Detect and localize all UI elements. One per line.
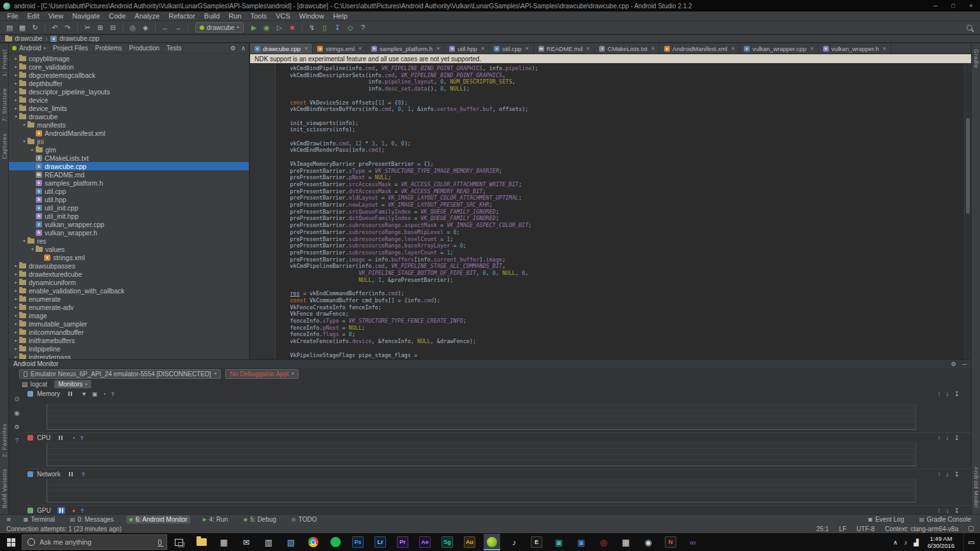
scroll-to-end-icon[interactable]: ↧ bbox=[954, 390, 960, 397]
tree-item-strings-xml[interactable]: xstrings.xml bbox=[9, 253, 249, 261]
groove-music-icon[interactable]: ♪ bbox=[506, 534, 523, 550]
scroll-down-icon[interactable]: ↓ bbox=[946, 507, 949, 514]
scroll-to-end-icon[interactable]: ↧ bbox=[954, 434, 960, 441]
tree-item-image[interactable]: ▸image bbox=[9, 311, 249, 320]
tree-item-glm[interactable]: ▸glm bbox=[9, 145, 249, 154]
settings-icon[interactable]: ⚙ bbox=[230, 45, 236, 52]
tree-item-drawcube-cpp[interactable]: cdrawcube.cpp bbox=[9, 162, 249, 170]
editor-tab-util-cpp[interactable]: cutil.cpp× bbox=[489, 43, 533, 54]
minimize-button[interactable]: ─ bbox=[926, 0, 944, 11]
tree-item-dbgcreatemsgcallback[interactable]: ▸dbgcreatemsgcallback bbox=[9, 71, 249, 79]
toolwindow-switcher-icon[interactable]: ⊞ bbox=[6, 517, 11, 522]
premiere-icon[interactable]: Pr bbox=[394, 534, 411, 550]
stripe-button-7-structure[interactable]: 7: Structure bbox=[1, 88, 8, 122]
status-widget-utf-8[interactable]: UTF-8 bbox=[857, 525, 875, 533]
find-icon[interactable]: ◎ bbox=[127, 22, 138, 33]
breadcrumb-drawcube-cpp[interactable]: cdrawcube.cpp bbox=[50, 35, 99, 42]
audition-icon[interactable]: Au bbox=[461, 534, 478, 550]
tray-audio-icon[interactable]: ♪ bbox=[904, 539, 907, 546]
editor-tab-androidmanifest-xml[interactable]: xAndroidManifest.xml× bbox=[660, 43, 739, 54]
tree-item-copyblitimage[interactable]: ▸copyblitimage bbox=[9, 54, 249, 62]
task-view-button[interactable] bbox=[175, 539, 183, 546]
menu-help[interactable]: Help bbox=[329, 12, 352, 20]
monitor-settings-icon[interactable]: ⚙ bbox=[14, 423, 20, 430]
media-app-icon[interactable]: ▣ bbox=[551, 534, 567, 550]
scrollbar-thumb[interactable] bbox=[966, 118, 970, 214]
tree-item-enumerate-adv[interactable]: ▸enumerate-adv bbox=[9, 303, 249, 311]
gradle-sync-icon[interactable]: ◇ bbox=[345, 22, 356, 33]
tree-item-androidmanifest-xml[interactable]: xAndroidManifest.xml bbox=[9, 129, 249, 137]
collapse-all-icon[interactable]: ∧ bbox=[241, 45, 246, 52]
toolwindow-button-run[interactable]: ▶4: Run bbox=[200, 515, 231, 524]
scroll-to-end-icon[interactable]: ↧ bbox=[954, 507, 960, 514]
close-icon[interactable]: × bbox=[525, 45, 528, 52]
project-view-production[interactable]: Production bbox=[129, 45, 160, 52]
toolwindow-button-debug[interactable]: ◉5: Debug bbox=[241, 515, 279, 524]
menu-window[interactable]: Window bbox=[295, 12, 329, 20]
cortana-search-box[interactable]: Ask me anything bbox=[22, 534, 167, 550]
screen-record-icon[interactable]: ◉ bbox=[14, 409, 20, 416]
scroll-to-end-icon[interactable]: ↧ bbox=[954, 471, 960, 478]
menu-analyze[interactable]: Analyze bbox=[130, 12, 164, 20]
close-icon[interactable]: × bbox=[731, 45, 734, 52]
project-view-android[interactable]: Android▾ bbox=[12, 45, 46, 52]
tree-item-device-limits[interactable]: ▸device_limits bbox=[9, 104, 249, 112]
run-config-select[interactable]: drawcube▾ bbox=[195, 22, 244, 33]
scroll-down-icon[interactable]: ↓ bbox=[946, 434, 949, 441]
editor-tab-vulkan-wrapper-h[interactable]: hvulkan_wrapper.h× bbox=[819, 43, 891, 54]
menu-edit[interactable]: Edit bbox=[23, 12, 44, 20]
close-icon[interactable]: × bbox=[436, 45, 440, 52]
calendar-icon[interactable]: ▦ bbox=[216, 534, 232, 550]
taskbar-clock[interactable]: 1:49 AM 6/30/2016 bbox=[928, 535, 954, 549]
status-widget-context-clang-arm64-v8a[interactable]: Context: clang-arm64-v8a bbox=[885, 525, 958, 533]
chrome-icon[interactable] bbox=[305, 534, 322, 550]
monitor-tab-logcat[interactable]: ▤logcat bbox=[18, 380, 51, 388]
code-area[interactable]: vkCmdBindPipeline(info.cmd, VK_PIPELINE_… bbox=[250, 63, 971, 359]
help-icon[interactable]: ? bbox=[80, 435, 84, 441]
android-studio-icon[interactable] bbox=[484, 534, 500, 550]
calculator-icon[interactable]: ▦ bbox=[618, 534, 634, 550]
status-widget-25-1[interactable]: 25:1 bbox=[816, 525, 828, 533]
tree-item-core-validation[interactable]: ▸core_validation bbox=[9, 62, 249, 71]
tree-item-readme-md[interactable]: mREADME.md bbox=[9, 170, 249, 179]
status-widget-lf[interactable]: LF bbox=[839, 525, 847, 533]
heap-dump-icon[interactable]: ▣ bbox=[92, 391, 98, 397]
scroll-down-icon[interactable]: ↓ bbox=[946, 390, 949, 397]
scroll-up-icon[interactable]: ↑ bbox=[938, 471, 941, 478]
stripe-button-1-project[interactable]: 1: Project bbox=[1, 49, 8, 77]
visual-studio-icon[interactable]: ∞ bbox=[685, 534, 701, 550]
device-selector[interactable]: Emulator Nexus_6P_API_24 emulator-5554 [… bbox=[19, 369, 221, 379]
help-icon[interactable]: ? bbox=[111, 391, 115, 397]
menu-run[interactable]: Run bbox=[224, 12, 246, 20]
tree-item-drawsubpasses[interactable]: ▸drawsubpasses bbox=[9, 261, 249, 270]
method-trace-icon[interactable]: ◔ bbox=[71, 435, 75, 441]
hide-icon[interactable]: ─ bbox=[963, 361, 967, 367]
save-all-icon[interactable]: ▦ bbox=[17, 22, 28, 33]
paste-icon[interactable]: ⊟ bbox=[107, 22, 119, 33]
stripe-button-android-model[interactable]: Android Model bbox=[973, 467, 979, 508]
tree-item-depthbuffer[interactable]: ▸depthbuffer bbox=[9, 79, 249, 87]
open-icon[interactable]: ▤ bbox=[4, 22, 15, 33]
tree-item-initrenderpass[interactable]: ▸initrenderpass bbox=[9, 353, 249, 359]
editor-tab-drawcube-cpp[interactable]: cdrawcube.cpp× bbox=[250, 43, 313, 54]
tree-item-immutable-sampler[interactable]: ▸immutable_sampler bbox=[9, 320, 249, 328]
record-icon[interactable]: ● bbox=[72, 508, 75, 514]
project-view-project-files[interactable]: Project Files bbox=[53, 45, 88, 52]
toolwindow-button-messages[interactable]: ▤0: Messages bbox=[68, 515, 116, 524]
editor-tab-vulkan-wrapper-cpp[interactable]: cvulkan_wrapper.cpp× bbox=[739, 43, 819, 54]
close-icon[interactable]: × bbox=[882, 45, 886, 52]
tree-item-enable-validation-with-callback[interactable]: ▸enable_validation_with_callback bbox=[9, 286, 249, 295]
film-tv-icon[interactable]: ▥ bbox=[260, 534, 277, 550]
tree-item-util-hpp[interactable]: hutil.hpp bbox=[9, 195, 249, 203]
forward-icon[interactable]: → bbox=[172, 22, 184, 33]
pause-button[interactable] bbox=[57, 507, 65, 514]
speedgrade-icon[interactable]: Sg bbox=[439, 534, 456, 550]
code-text[interactable]: vkCmdBindPipeline(info.cmd, VK_PIPELINE_… bbox=[277, 65, 963, 359]
tree-item-descriptor-pipeline-layouts[interactable]: ▸descriptor_pipeline_layouts bbox=[9, 87, 249, 96]
search-icon[interactable] bbox=[967, 25, 972, 31]
close-button[interactable]: × bbox=[962, 0, 980, 11]
tree-item-enumerate[interactable]: ▸enumerate bbox=[9, 295, 249, 303]
steam-icon[interactable]: ◉ bbox=[640, 534, 657, 550]
tree-item-drawcube[interactable]: ▾drawcube bbox=[9, 112, 249, 121]
close-icon[interactable]: × bbox=[359, 45, 362, 52]
